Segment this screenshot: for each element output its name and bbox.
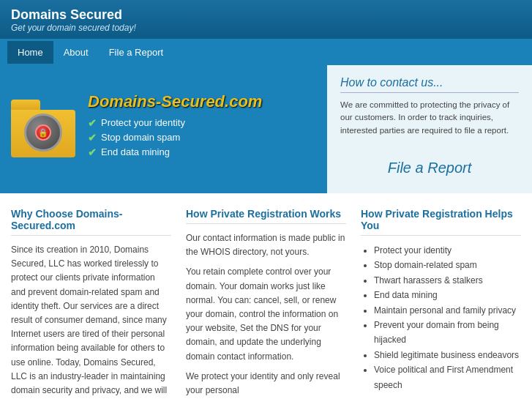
check-icon-1: ✔ bbox=[88, 117, 97, 129]
hero-domain-name: Domains-Secured.com bbox=[88, 92, 262, 111]
content-col-1: Why Choose Domains-Secured.com Since its… bbox=[11, 208, 171, 399]
benefit-item: Shield legitimate business endeavors bbox=[374, 348, 521, 362]
file-report-button[interactable]: File a Report bbox=[340, 154, 519, 182]
navigation: Home About File a Report bbox=[0, 39, 532, 65]
site-tagline: Get your domain secured today! bbox=[11, 23, 521, 33]
col3-title: How Private Registration Helps You bbox=[361, 208, 521, 236]
hero-right: How to contact us... We are committed to… bbox=[327, 65, 532, 193]
contact-description: We are committed to protecting the priva… bbox=[340, 99, 519, 137]
hero-section: 🔒 Domains-Secured.com ✔ Protect your ide… bbox=[0, 65, 532, 193]
benefit-item: Protect your identity bbox=[374, 243, 521, 258]
content-col-3: How Private Registration Helps You Prote… bbox=[361, 208, 521, 399]
header: Domains Secured Get your domain secured … bbox=[0, 0, 532, 39]
check-icon-2: ✔ bbox=[88, 132, 97, 143]
check-icon-3: ✔ bbox=[88, 146, 97, 158]
site-title: Domains Secured bbox=[11, 7, 521, 23]
col2-text3: We protect your identity and only reveal… bbox=[186, 370, 346, 398]
benefit-item: Thwart harassers & stalkers bbox=[374, 273, 521, 288]
hero-features-list: ✔ Protect your identity ✔ Stop domain sp… bbox=[88, 117, 262, 161]
feature-3: ✔ End data mining bbox=[88, 146, 262, 158]
col2-text1: Our contact information is made public i… bbox=[186, 231, 346, 259]
col1-text: Since its creation in 2010, Domains Secu… bbox=[11, 243, 171, 399]
col2-text2: You retain complete control over your do… bbox=[186, 265, 346, 363]
benefit-item: Maintain personal and family privacy bbox=[374, 303, 521, 318]
hero-left: 🔒 Domains-Secured.com ✔ Protect your ide… bbox=[0, 65, 327, 193]
benefit-item: Prevent your domain from being hijacked bbox=[374, 318, 521, 348]
content-col-2: How Private Registration Works Our conta… bbox=[186, 208, 346, 399]
nav-file-report[interactable]: File a Report bbox=[99, 41, 173, 64]
contact-title: How to contact us... bbox=[340, 76, 519, 93]
feature-1: ✔ Protect your identity bbox=[88, 117, 262, 129]
content-section: Why Choose Domains-Secured.com Since its… bbox=[0, 193, 532, 399]
feature-2: ✔ Stop domain spam bbox=[88, 132, 262, 143]
benefit-item: Stop domain-related spam bbox=[374, 258, 521, 272]
col2-title: How Private Registration Works bbox=[186, 208, 346, 224]
nav-home[interactable]: Home bbox=[7, 41, 53, 64]
col1-title: Why Choose Domains-Secured.com bbox=[11, 208, 171, 236]
safe-folder-icon: 🔒 bbox=[11, 95, 77, 157]
benefit-item: End data mining bbox=[374, 288, 521, 302]
benefit-item: Voice political and First Amendment spee… bbox=[374, 362, 521, 392]
benefits-list: Protect your identityStop domain-related… bbox=[361, 243, 521, 392]
nav-about[interactable]: About bbox=[53, 41, 99, 64]
